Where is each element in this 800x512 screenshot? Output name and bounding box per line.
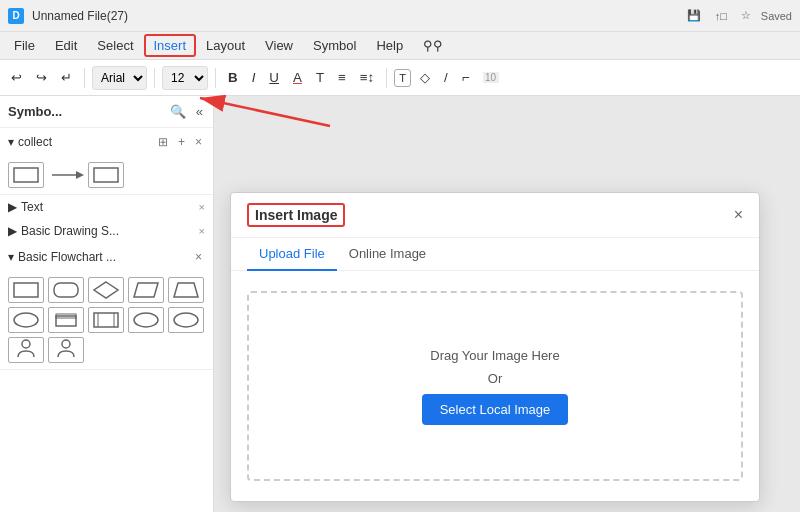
flowchart-shape-b[interactable] (168, 307, 204, 333)
shape-rect[interactable] (8, 162, 44, 188)
sidebar-search-button[interactable]: 🔍 (168, 102, 188, 121)
menu-view[interactable]: View (255, 34, 303, 57)
fill-button[interactable]: ◇ (415, 67, 435, 88)
save-button[interactable]: 💾 (683, 7, 705, 24)
expand-arrow-icon2: ▶ (8, 224, 17, 238)
saved-status: Saved (761, 10, 792, 22)
flowchart-rect[interactable] (8, 277, 44, 303)
svg-marker-8 (174, 283, 198, 297)
flowchart-close-button[interactable]: × (192, 249, 205, 265)
list-format-button[interactable]: ≡↕ (355, 67, 379, 88)
text-box-button[interactable]: T (394, 69, 411, 87)
sidebar-collapse-button[interactable]: « (194, 102, 205, 121)
menu-bar: File Edit Select Insert Layout View Symb… (0, 32, 800, 60)
menu-select[interactable]: Select (87, 34, 143, 57)
undo-button[interactable]: ↩ (6, 67, 27, 88)
toolbar: ↩ ↪ ↵ Arial 12 B I U A T ≡ ≡↕ T ◇ / ⌐ 10 (0, 60, 800, 96)
tab-upload-file[interactable]: Upload File (247, 238, 337, 271)
flowchart-person2[interactable] (48, 337, 84, 363)
flowchart-double-bar[interactable] (88, 307, 124, 333)
flowchart-section-label: ▾ Basic Flowchart ... (8, 250, 116, 264)
text-section-label: ▶ Text (8, 200, 43, 214)
sidebar-section-collect: ▾ collect ⊞ + × (0, 128, 213, 195)
expand-arrow-icon: ▶ (8, 200, 17, 214)
sep4 (386, 68, 387, 88)
drop-text: Drag Your Image Here (430, 348, 559, 363)
dialog-header: Insert Image × (231, 193, 759, 238)
shape-arrow[interactable] (48, 162, 84, 188)
menu-insert[interactable]: Insert (144, 34, 197, 57)
sep3 (215, 68, 216, 88)
sidebar-item-basic-drawing[interactable]: ▶ Basic Drawing S... × (0, 219, 213, 243)
dialog-close-button[interactable]: × (734, 206, 743, 224)
svg-rect-4 (14, 283, 38, 297)
flowchart-cylinder[interactable] (48, 307, 84, 333)
ruler-marker: 10 (483, 72, 499, 83)
menu-edit[interactable]: Edit (45, 34, 87, 57)
sidebar-title: Symbo... (8, 104, 62, 119)
redo-button[interactable]: ↪ (31, 67, 52, 88)
basic-drawing-close[interactable]: × (199, 225, 205, 237)
sep2 (154, 68, 155, 88)
collect-close-button[interactable]: × (192, 134, 205, 150)
sidebar-section-flowchart-header[interactable]: ▾ Basic Flowchart ... × (0, 243, 213, 271)
shape-rect2[interactable] (88, 162, 124, 188)
menu-layout[interactable]: Layout (196, 34, 255, 57)
main-area: Symbo... 🔍 « ▾ collect ⊞ + × (0, 96, 800, 512)
svg-marker-2 (76, 171, 84, 179)
sidebar-header-icons: 🔍 « (168, 102, 205, 121)
menu-help[interactable]: Help (366, 34, 413, 57)
font-color-button[interactable]: A (288, 67, 307, 88)
flowchart-shape-a[interactable] (128, 307, 164, 333)
collect-new-button[interactable]: ⊞ (155, 134, 171, 150)
menu-symbol[interactable]: Symbol (303, 34, 366, 57)
svg-point-15 (134, 313, 158, 327)
select-local-image-button[interactable]: Select Local Image (422, 394, 569, 425)
menu-file[interactable]: File (4, 34, 45, 57)
flowchart-shapes (0, 271, 213, 369)
back-button[interactable]: ↵ (56, 67, 77, 88)
flowchart-person[interactable] (8, 337, 44, 363)
dialog-title: Insert Image (247, 203, 345, 227)
svg-rect-0 (14, 168, 38, 182)
menu-extra[interactable]: ⚲⚲ (413, 34, 453, 57)
star-button[interactable]: ☆ (737, 7, 755, 24)
file-title: Unnamed File(27) (32, 9, 675, 23)
line-button[interactable]: ⌐ (457, 67, 475, 88)
sidebar-header: Symbo... 🔍 « (0, 96, 213, 128)
sidebar: Symbo... 🔍 « ▾ collect ⊞ + × (0, 96, 214, 512)
italic-button[interactable]: I (247, 67, 261, 88)
svg-point-17 (22, 340, 30, 348)
flowchart-diamond[interactable] (88, 277, 124, 303)
insert-image-dialog: Insert Image × Upload File Online Image … (230, 192, 760, 502)
collect-add-button[interactable]: + (175, 134, 188, 150)
basic-drawing-label: ▶ Basic Drawing S... (8, 224, 119, 238)
sep1 (84, 68, 85, 88)
flowchart-rounded[interactable] (48, 277, 84, 303)
tab-online-image[interactable]: Online Image (337, 238, 438, 271)
collect-shapes (0, 156, 213, 194)
title-actions: 💾 ↑□ ☆ Saved (683, 7, 792, 24)
flowchart-oval[interactable] (8, 307, 44, 333)
bold-button[interactable]: B (223, 67, 243, 88)
font-size-select[interactable]: 12 (162, 66, 208, 90)
pen-button[interactable]: / (439, 67, 453, 88)
text-format-button[interactable]: T (311, 67, 329, 88)
flowchart-parallelogram[interactable] (128, 277, 164, 303)
sidebar-item-text[interactable]: ▶ Text × (0, 195, 213, 219)
svg-rect-3 (94, 168, 118, 182)
drop-zone[interactable]: Drag Your Image Here Or Select Local Ima… (247, 291, 743, 481)
share-button[interactable]: ↑□ (711, 8, 731, 24)
collect-section-actions: ⊞ + × (155, 134, 205, 150)
sidebar-section-collect-header[interactable]: ▾ collect ⊞ + × (0, 128, 213, 156)
text-section-close[interactable]: × (199, 201, 205, 213)
underline-button[interactable]: U (264, 67, 284, 88)
svg-rect-5 (54, 283, 78, 297)
svg-marker-6 (94, 282, 118, 298)
font-family-select[interactable]: Arial (92, 66, 147, 90)
flowchart-trapezoid[interactable] (168, 277, 204, 303)
align-button[interactable]: ≡ (333, 67, 351, 88)
app-icon: D (8, 8, 24, 24)
svg-marker-7 (134, 283, 158, 297)
flowchart-section-actions: × (192, 249, 205, 265)
